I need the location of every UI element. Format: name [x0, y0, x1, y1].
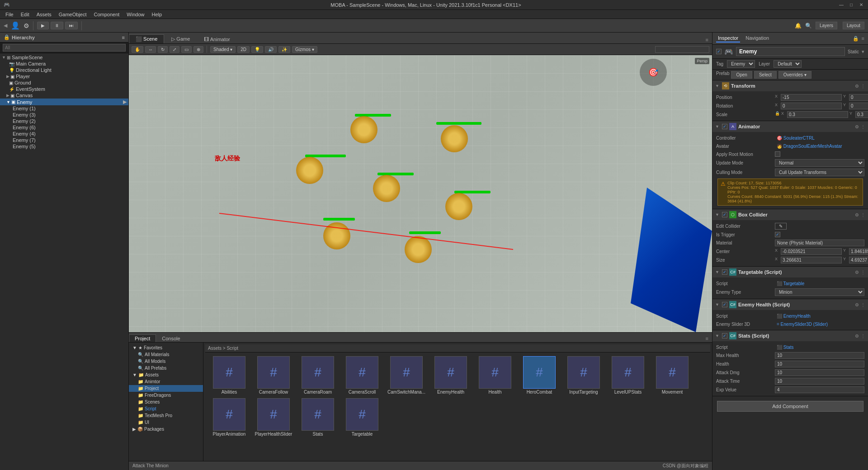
- enemy-slider-value[interactable]: = EnemySlider3D (Slider): [775, 321, 864, 327]
- tree-enemy[interactable]: ▼ ▣ Enemy ▶: [0, 99, 128, 105]
- asset-targetable[interactable]: # Targetable: [342, 398, 382, 437]
- attack-time-input[interactable]: [775, 378, 864, 385]
- prefab-select-btn[interactable]: Select: [754, 71, 777, 79]
- enemy-health-menu-icon[interactable]: ⋮: [861, 302, 865, 307]
- proj-textmesh[interactable]: 📁 TextMesh Pro: [129, 412, 203, 419]
- proj-freedragons[interactable]: 📁 FreeDragons: [129, 392, 203, 399]
- asset-health[interactable]: # Health: [475, 356, 515, 395]
- hand-tool-btn[interactable]: ✋: [132, 46, 143, 53]
- lock-icon[interactable]: 🔒: [853, 36, 859, 42]
- scene-panel-menu[interactable]: ≡: [702, 36, 712, 43]
- hierarchy-menu-icon[interactable]: ≡: [122, 35, 125, 40]
- shading-dropdown[interactable]: Shaded ▾: [210, 46, 236, 53]
- proj-animtor[interactable]: 📁 Animtor: [129, 378, 203, 385]
- tab-project[interactable]: Project: [129, 334, 156, 342]
- script-value[interactable]: ⬛ Targetable: [775, 281, 864, 287]
- stats-script-value[interactable]: ⬛ Stats: [775, 344, 864, 350]
- proj-assets[interactable]: ▼ 📁 Assets: [129, 371, 203, 378]
- tree-enemy2[interactable]: Enemy (2): [0, 118, 128, 124]
- asset-stats[interactable]: # Stats: [297, 398, 338, 437]
- tab-navigation[interactable]: Navigation: [744, 34, 771, 42]
- size-y[interactable]: [849, 257, 868, 263]
- tab-console[interactable]: Console: [156, 334, 186, 342]
- menu-file[interactable]: File: [2, 12, 17, 17]
- center-x[interactable]: [781, 248, 842, 255]
- proj-script[interactable]: 📁 Script: [129, 405, 203, 412]
- menu-component[interactable]: Component: [90, 12, 123, 17]
- audio-btn[interactable]: 🔊: [265, 46, 277, 53]
- eh-script-value[interactable]: ⬛ EnemyHealth: [775, 313, 864, 319]
- transform-tool-btn[interactable]: ⊕: [193, 46, 203, 53]
- animator-menu-icon[interactable]: ⋮: [861, 124, 865, 129]
- pause-btn[interactable]: ⏸: [51, 22, 63, 29]
- tree-enemy5[interactable]: Enemy (5): [0, 143, 128, 150]
- prefab-open-btn[interactable]: Open: [731, 71, 752, 79]
- enemy-health-active[interactable]: ✓: [722, 302, 727, 307]
- asset-camswitchmana[interactable]: # CamSwitchMana...: [386, 356, 427, 395]
- project-panel-menu[interactable]: ≡: [702, 335, 712, 342]
- animator-active[interactable]: ✓: [722, 124, 727, 129]
- menu-help[interactable]: Help: [148, 12, 165, 17]
- transform-header[interactable]: ▼ ⟲ Transform ⚙ ⋮: [712, 80, 868, 91]
- close-btn[interactable]: ✕: [858, 2, 864, 8]
- asset-cameraroam[interactable]: # CameraRoam: [297, 356, 338, 395]
- apply-root-motion-checkbox[interactable]: [775, 151, 780, 157]
- asset-camerascroll[interactable]: # CameraScroll: [342, 356, 382, 395]
- avatar-value[interactable]: 🧑 DragonSoulEaterMeshAvatar: [775, 143, 864, 149]
- stats-header[interactable]: ▼ ✓ C# Stats (Script) ⚙ ⋮: [712, 330, 868, 341]
- tab-game[interactable]: ▷ Game: [165, 34, 197, 43]
- gizmos-btn[interactable]: Gizmos ▾: [292, 46, 317, 53]
- asset-enemyhealth[interactable]: # EnemyHealth: [430, 356, 471, 395]
- hierarchy-search-input[interactable]: [3, 44, 126, 52]
- stats-settings-icon[interactable]: ⚙: [855, 334, 859, 338]
- material-value[interactable]: None (Physic Material): [775, 240, 864, 246]
- rotate-tool-btn[interactable]: ↻: [158, 46, 168, 53]
- static-arrow-icon[interactable]: ▾: [862, 49, 864, 55]
- maximize-btn[interactable]: □: [848, 2, 854, 8]
- rotation-y-input[interactable]: [849, 103, 868, 109]
- settings-icon[interactable]: ⚙: [24, 22, 29, 29]
- back-btn[interactable]: ◀: [4, 23, 7, 28]
- edit-collider-btn[interactable]: ✎: [775, 223, 787, 230]
- collider-menu-icon[interactable]: ⋮: [861, 212, 865, 217]
- go-active-checkbox[interactable]: ✓: [716, 49, 722, 54]
- tree-player[interactable]: ▶ ▣ Player: [0, 73, 128, 80]
- update-mode-select[interactable]: Normal: [775, 159, 864, 167]
- tag-select[interactable]: Enemy: [727, 60, 755, 68]
- hierarchy-lock-icon[interactable]: 🔒: [4, 34, 10, 40]
- add-component-button[interactable]: Add Component: [717, 401, 863, 412]
- proj-all-models[interactable]: 🔍 All Models: [129, 358, 203, 365]
- play-btn[interactable]: ▶: [37, 22, 49, 29]
- light-btn[interactable]: 💡: [251, 46, 263, 53]
- proj-all-materials[interactable]: 🔍 All Materials: [129, 351, 203, 358]
- prefab-overrides-btn[interactable]: Overrides ▾: [778, 71, 811, 79]
- menu-edit[interactable]: Edit: [17, 12, 33, 17]
- account-btn[interactable]: 👤: [11, 21, 20, 30]
- asset-herocombat[interactable]: # HeroCombat: [519, 356, 560, 395]
- lock-scale-icon[interactable]: 🔒: [775, 111, 780, 118]
- stats-menu-icon[interactable]: ⋮: [861, 334, 865, 338]
- layer-select[interactable]: Default: [774, 60, 802, 68]
- position-y-input[interactable]: [849, 94, 868, 101]
- tree-enemy7[interactable]: Enemy (7): [0, 137, 128, 143]
- step-btn[interactable]: ⏭: [65, 22, 78, 29]
- health-input[interactable]: [775, 361, 864, 367]
- collider-settings-icon[interactable]: ⚙: [855, 212, 859, 217]
- menu-window[interactable]: Window: [123, 12, 148, 17]
- tree-ground[interactable]: ▣ Ground: [0, 80, 128, 86]
- attack-dmg-input[interactable]: [775, 369, 864, 376]
- max-health-input[interactable]: [775, 352, 864, 359]
- search-icon[interactable]: 🔍: [805, 23, 812, 29]
- 2d-btn[interactable]: 2D: [237, 46, 250, 53]
- is-trigger-checkbox[interactable]: ✓: [775, 232, 780, 237]
- targetable-settings-icon[interactable]: ⚙: [855, 270, 859, 275]
- tree-dirlight[interactable]: 💡 Directional Light: [0, 67, 128, 73]
- asset-playerhealthslider[interactable]: # PlayerHealthSlider: [253, 398, 294, 437]
- enemy-health-header[interactable]: ▼ ✓ C# Enemy Health (Script) ⚙ ⋮: [712, 299, 868, 310]
- tree-canvas[interactable]: ▶ ▣ Canvas: [0, 92, 128, 99]
- layout-dropdown[interactable]: Layout: [843, 22, 864, 29]
- asset-camerafollow[interactable]: # CameraFollow: [253, 356, 294, 395]
- inspector-menu-icon[interactable]: ≡: [862, 36, 864, 42]
- go-name-input[interactable]: [736, 47, 845, 56]
- tab-scene[interactable]: ⬛ Scene: [129, 34, 164, 43]
